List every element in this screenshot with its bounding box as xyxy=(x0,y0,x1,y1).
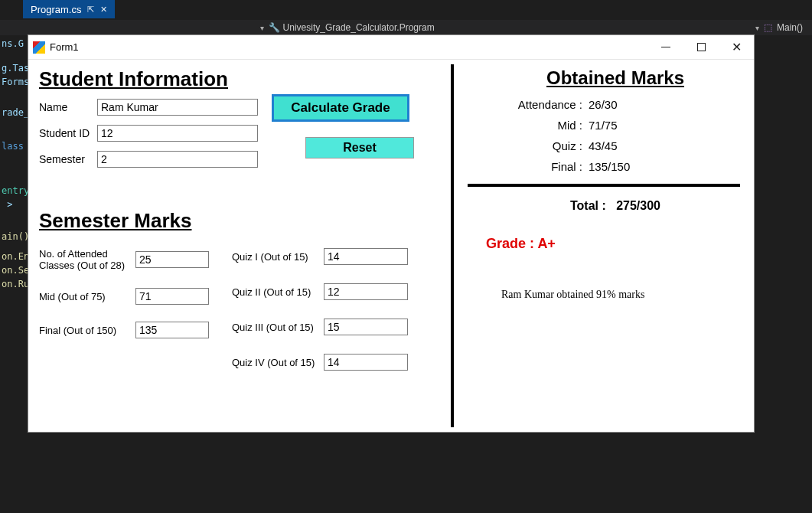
final-label: Final (Out of 150) xyxy=(39,325,135,336)
mid-label: Mid (Out of 75) xyxy=(39,291,135,302)
reset-button[interactable]: Reset xyxy=(305,137,414,158)
section-heading-student-info: Student Information xyxy=(39,67,440,91)
close-icon[interactable]: ✕ xyxy=(100,5,107,15)
total-row: Total : 275/300 xyxy=(491,199,740,213)
attendance-result-value: 26/30 xyxy=(589,98,618,111)
final-result-label: Final : xyxy=(468,160,582,173)
quiz2-label: Quiz II (Out of 15) xyxy=(232,286,324,298)
remark-text: Ram Kumar obtained 91% marks xyxy=(501,289,740,301)
ide-breadcrumb: ▾ 🔧 Univesity_Grade_Calculator.Program ▾… xyxy=(0,20,812,35)
right-panel: Obtained Marks Attendance : 26/30 Mid : … xyxy=(454,60,754,432)
mid-result-label: Mid : xyxy=(468,119,582,132)
semester-label: Semester xyxy=(39,153,97,165)
mid-input[interactable] xyxy=(135,288,209,305)
semester-input[interactable] xyxy=(97,151,258,168)
quiz2-input[interactable] xyxy=(324,283,408,300)
pin-icon[interactable]: ⇱ xyxy=(87,5,94,15)
final-input[interactable] xyxy=(135,322,209,338)
quiz4-label: Quiz IV (Out of 15) xyxy=(232,357,324,368)
student-id-input[interactable] xyxy=(97,125,258,142)
grade-value: A+ xyxy=(537,236,556,251)
attendance-result-label: Attendance : xyxy=(468,98,582,111)
attended-input[interactable] xyxy=(135,251,209,268)
total-value: 275/300 xyxy=(616,199,660,212)
form-window: Form1 ✕ Student Information Name Student… xyxy=(28,34,755,433)
grade-row: Grade : A+ xyxy=(486,236,740,252)
attended-label: No. of Attended Classes (Out of 28) xyxy=(39,248,135,271)
dropdown-caret-icon[interactable]: ▾ xyxy=(260,24,269,32)
quiz-result-value: 43/45 xyxy=(589,139,618,152)
grade-label: Grade : xyxy=(486,236,534,251)
quiz1-label: Quiz I (Out of 15) xyxy=(232,251,324,263)
calculate-grade-button[interactable]: Calculate Grade xyxy=(272,94,409,122)
total-divider xyxy=(468,184,740,187)
section-heading-semester-marks: Semester Marks xyxy=(39,209,440,233)
section-heading-obtained-marks: Obtained Marks xyxy=(491,67,740,89)
wrench-icon: 🔧 xyxy=(269,22,280,33)
name-input[interactable] xyxy=(97,99,258,116)
app-icon xyxy=(33,41,45,54)
dropdown-caret-icon[interactable]: ▾ xyxy=(755,24,759,32)
tab-label: Program.cs xyxy=(31,4,81,15)
quiz4-input[interactable] xyxy=(324,354,408,371)
window-titlebar[interactable]: Form1 ✕ xyxy=(28,35,754,60)
student-id-label: Student ID xyxy=(39,127,97,139)
breadcrumb-right[interactable]: Main() xyxy=(777,22,803,33)
breadcrumb-text[interactable]: Univesity_Grade_Calculator.Program xyxy=(283,22,435,33)
window-title: Form1 xyxy=(50,41,79,53)
quiz-result-label: Quiz : xyxy=(468,139,582,152)
left-panel: Student Information Name Student ID Seme… xyxy=(28,60,451,432)
final-result-value: 135/150 xyxy=(589,160,630,173)
cube-icon: ⬚ xyxy=(764,22,772,33)
ide-file-tab[interactable]: Program.cs ⇱ ✕ xyxy=(23,0,115,18)
quiz3-input[interactable] xyxy=(324,319,408,335)
mid-result-value: 71/75 xyxy=(589,119,618,132)
maximize-button[interactable] xyxy=(683,35,719,60)
total-label: Total : xyxy=(570,199,606,212)
minimize-button[interactable] xyxy=(648,35,683,60)
name-label: Name xyxy=(39,101,97,113)
quiz1-input[interactable] xyxy=(324,248,408,265)
close-button[interactable]: ✕ xyxy=(719,35,754,60)
ide-code-gutter: ns.G g.Tas Forms rade_ lass entry > ain(… xyxy=(0,37,29,513)
quiz3-label: Quiz III (Out of 15) xyxy=(232,322,324,333)
